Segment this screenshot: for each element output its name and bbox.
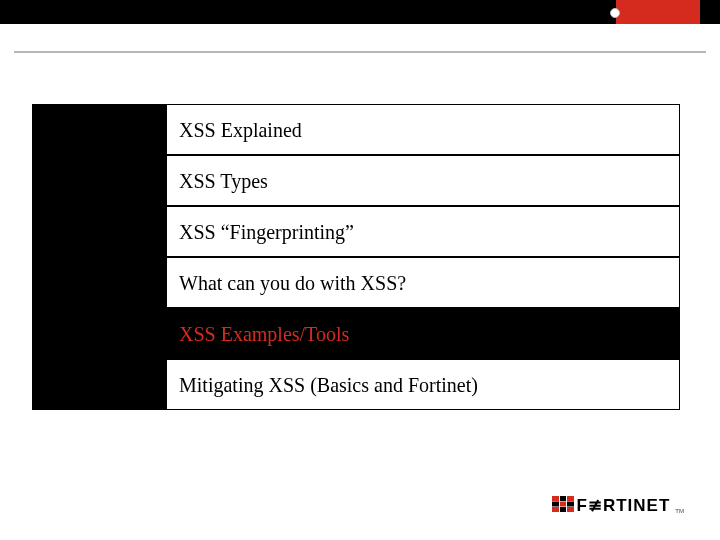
svg-rect-6: [552, 507, 559, 512]
agenda-items: XSS ExplainedXSS TypesXSS “Fingerprintin…: [166, 104, 680, 410]
svg-rect-8: [567, 507, 574, 512]
top-bar-dot: [610, 8, 620, 18]
svg-rect-5: [567, 501, 574, 506]
svg-rect-4: [560, 501, 566, 506]
svg-rect-2: [567, 496, 574, 501]
svg-rect-1: [560, 496, 566, 501]
agenda-item-label: XSS “Fingerprinting”: [179, 220, 354, 244]
agenda-item-label: Mitigating XSS (Basics and Fortinet): [179, 373, 478, 397]
trademark-symbol: TM: [675, 508, 684, 514]
top-bar: [0, 0, 720, 24]
agenda-item-label: XSS Explained: [179, 118, 302, 142]
agenda-item-label: What can you do with XSS?: [179, 271, 406, 295]
agenda-item-5: Mitigating XSS (Basics and Fortinet): [166, 359, 680, 410]
agenda-item-3: What can you do with XSS?: [166, 257, 680, 308]
brand-logo-text: F≢RTINET: [577, 495, 671, 516]
agenda-item-0: XSS Explained: [166, 104, 680, 155]
brand-logo: F≢RTINET TM: [552, 495, 684, 516]
top-bar-accent: [616, 0, 700, 24]
agenda-item-2: XSS “Fingerprinting”: [166, 206, 680, 257]
horizontal-divider: [14, 51, 706, 53]
agenda-item-label: XSS Examples/Tools: [179, 322, 349, 346]
agenda-item-1: XSS Types: [166, 155, 680, 206]
agenda-sidebar: [32, 104, 166, 410]
svg-rect-7: [560, 507, 566, 512]
agenda-item-label: XSS Types: [179, 169, 268, 193]
agenda-block: XSS ExplainedXSS TypesXSS “Fingerprintin…: [32, 104, 680, 410]
svg-rect-3: [552, 501, 559, 506]
svg-rect-0: [552, 496, 559, 501]
fortinet-logo-icon: [552, 496, 574, 516]
slide: XSS ExplainedXSS TypesXSS “Fingerprintin…: [0, 0, 720, 540]
agenda-item-4: XSS Examples/Tools: [166, 308, 680, 359]
